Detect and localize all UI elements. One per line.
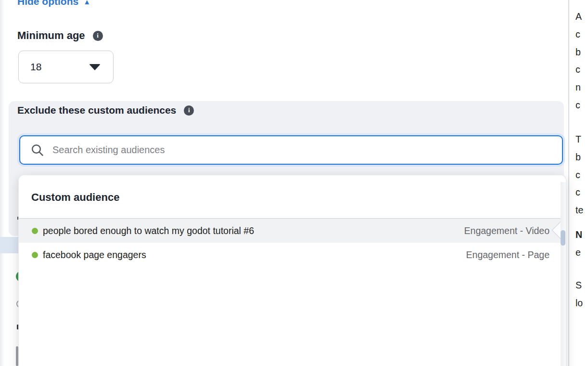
help-text-line: c xyxy=(575,96,588,114)
help-text-line: e xyxy=(575,244,588,261)
audience-category: Engagement - Video xyxy=(455,225,550,236)
audience-search-box[interactable] xyxy=(19,135,563,165)
hide-options-label: Hide options xyxy=(17,0,78,7)
audience-row[interactable]: people bored enough to watch my godot tu… xyxy=(19,219,566,243)
collapse-caret-icon: ▲ xyxy=(83,0,90,5)
scrollbar-thumb[interactable] xyxy=(561,230,565,246)
help-text-line: c xyxy=(575,26,588,43)
audience-status-dot-icon xyxy=(32,252,38,258)
custom-audience-column-header: Custom audience xyxy=(19,175,566,219)
audience-category: Engagement - Page xyxy=(457,249,550,261)
audience-options-panel: Hide options ▲ Minimum age i 18 Exclude … xyxy=(0,0,588,366)
help-text-line: lo xyxy=(575,294,588,312)
help-text-line: b xyxy=(575,148,588,166)
info-icon[interactable]: i xyxy=(93,31,103,41)
info-icon[interactable]: i xyxy=(184,105,194,116)
help-paragraph: Acbcnc xyxy=(575,8,588,114)
audience-search-input[interactable] xyxy=(52,144,552,156)
audience-row[interactable]: facebook page engagersEngagement - Page xyxy=(19,243,566,267)
help-text-line: c xyxy=(575,61,588,78)
exclude-audiences-text: Exclude these custom audiences xyxy=(17,105,176,116)
help-panel: AcbcncTbccteNeSlo xyxy=(575,0,588,366)
minimum-age-select[interactable]: 18 xyxy=(18,51,114,83)
chevron-down-icon xyxy=(89,64,101,70)
audience-list: people bored enough to watch my godot tu… xyxy=(19,219,566,267)
audience-search-results-dropdown: Custom audience people bored enough to w… xyxy=(18,175,566,366)
help-text-line: A xyxy=(575,8,588,26)
audience-status-dot-icon xyxy=(32,228,38,234)
scrollbar-track[interactable] xyxy=(561,182,566,366)
minimum-age-text: Minimum age xyxy=(17,29,85,42)
audience-name: facebook page engagers xyxy=(43,249,146,261)
help-text-line: n xyxy=(575,78,588,96)
minimum-age-label: Minimum age i xyxy=(17,29,103,42)
search-icon xyxy=(31,144,44,157)
help-text-line: S xyxy=(575,276,588,294)
help-paragraph: Slo xyxy=(575,276,588,312)
hide-options-link[interactable]: Hide options ▲ xyxy=(17,0,90,7)
exclude-audiences-label: Exclude these custom audiences i xyxy=(17,105,194,116)
help-text-line: te xyxy=(575,201,588,219)
help-paragraph: Ne xyxy=(575,226,588,261)
minimum-age-value: 18 xyxy=(30,61,41,73)
help-text-line: N xyxy=(575,226,588,244)
help-text-line: b xyxy=(575,43,588,61)
help-text-line: T xyxy=(575,131,588,148)
help-text-line: c xyxy=(575,183,588,201)
help-paragraph: Tbccte xyxy=(575,131,588,219)
audience-name: people bored enough to watch my godot tu… xyxy=(43,225,254,236)
help-text-line: c xyxy=(575,166,588,184)
card-left-shadow xyxy=(0,0,5,366)
content-help-divider xyxy=(568,0,569,366)
obscured-highlight-fragment xyxy=(0,237,19,253)
